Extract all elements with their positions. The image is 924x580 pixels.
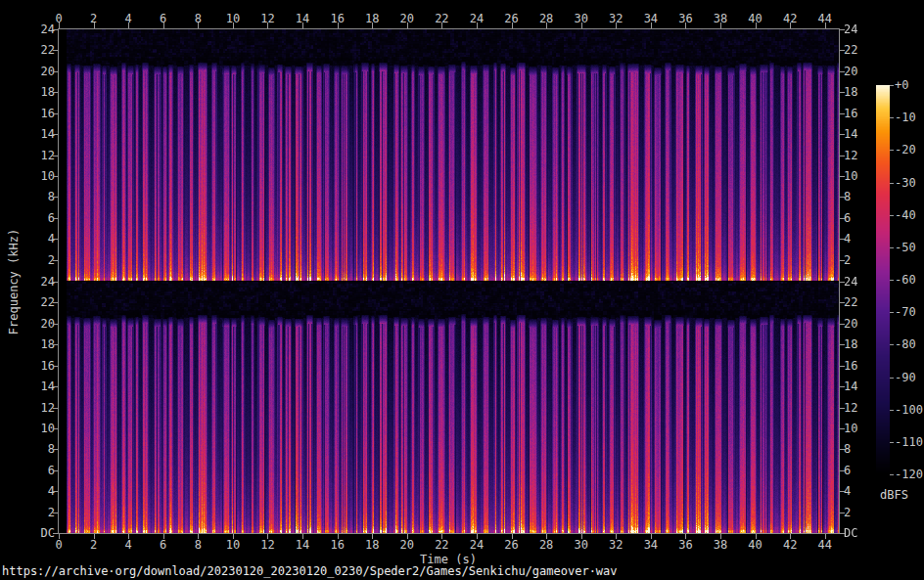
colorbar-tick [890,442,894,443]
freq-tick-label-right: 20 [844,318,857,330]
freq-tick-label-right: 12 [844,402,857,414]
freq-tick-left [53,533,58,534]
time-tick-label-bottom: 4 [125,539,132,551]
time-tick-top [825,22,826,28]
time-tick-top [128,22,129,28]
time-tick-label-bottom: 18 [365,539,379,551]
colorbar-tick [890,474,894,475]
freq-tick-label-right: 6 [844,465,851,476]
freq-tick-label-left: 22 [0,44,55,56]
time-tick-label-bottom: 12 [260,539,274,551]
freq-tick-right [840,197,845,198]
spectrogram-image [59,29,839,533]
time-tick-top [163,22,164,28]
time-tick-bottom [685,534,686,539]
freq-tick-left [53,366,58,367]
colorbar-tick-label: -30 [895,177,916,189]
time-tick-label-bottom: 16 [330,539,344,551]
colorbar-tick-label: -110 [895,436,923,448]
freq-tick-right [840,302,845,303]
freq-tick-right [840,386,845,387]
time-tick-label-bottom: 26 [504,539,518,551]
freq-tick-label-left: 16 [0,360,55,372]
freq-tick-left [53,491,58,492]
time-tick-bottom [825,534,826,539]
time-tick-top [94,22,95,28]
time-tick-bottom [59,534,60,539]
time-tick-label-bottom: 8 [195,539,202,551]
freq-tick-left [53,260,58,261]
freq-tick-right [840,491,845,492]
freq-tick-left [53,344,58,345]
time-tick-bottom [163,534,164,539]
freq-tick-label-left: 10 [0,423,55,434]
time-tick-label-bottom: 36 [678,539,692,551]
freq-tick-left [53,428,58,429]
freq-tick-label-right: 22 [844,44,857,56]
freq-tick-left [53,218,58,219]
frame-bottom [58,533,840,534]
freq-tick-label-right: 18 [844,338,857,350]
colorbar-unit-label: dBFS [880,488,908,502]
colorbar-tick [890,117,894,118]
freq-tick-left [53,282,58,283]
time-tick-label-bottom: 44 [818,539,832,551]
freq-tick-label-left: 2 [0,507,55,518]
freq-tick-right [840,239,845,240]
freq-tick-label-left: 18 [0,86,55,98]
time-tick-top [59,22,60,28]
freq-tick-left [53,324,58,325]
time-tick-label-bottom: 28 [539,539,553,551]
freq-tick-label-right: 16 [844,108,857,119]
freq-tick-label-right: 20 [844,66,857,77]
time-tick-bottom [407,534,408,539]
freq-tick-right [840,71,845,72]
freq-tick-left [53,386,58,387]
colorbar-tick [890,150,894,151]
freq-tick-label-left: 6 [0,465,55,476]
colorbar-tick-label: +0 [895,79,908,91]
freq-tick-label-right: 8 [844,191,851,202]
freq-tick-label-right: 12 [844,150,857,161]
colorbar-tick-label: -70 [895,306,916,318]
freq-tick-label-left: 20 [0,66,55,77]
freq-tick-label-right: 10 [844,423,857,434]
time-tick-label-bottom: 32 [609,539,623,551]
time-tick-bottom [441,534,442,539]
freq-tick-label-right: 16 [844,360,857,372]
freq-tick-right [840,92,845,93]
time-tick-label-bottom: 30 [574,539,587,551]
freq-tick-label-right: 4 [844,233,851,245]
colorbar-tick-label: -90 [895,372,916,383]
time-tick-bottom [233,534,234,539]
freq-tick-right [840,282,845,283]
freq-tick-right [840,218,845,219]
freq-tick-label-right: 24 [844,23,857,35]
time-tick-bottom [651,534,652,539]
freq-tick-left [53,71,58,72]
time-tick-bottom [720,534,721,539]
time-tick-label-bottom: 34 [644,539,658,551]
colorbar-tick-label: -100 [895,404,923,416]
freq-tick-left [53,134,58,135]
colorbar-tick-label: -60 [895,274,916,286]
freq-tick-label-right: 22 [844,296,857,308]
time-tick-bottom [512,534,513,539]
freq-tick-label-right: 24 [844,276,857,288]
freq-tick-label-right: 14 [844,128,857,140]
colorbar-tick [890,215,894,216]
time-tick-label-bottom: 14 [296,539,309,551]
freq-tick-label-left: 4 [0,485,55,497]
freq-tick-label-right: 10 [844,170,857,182]
colorbar-tick [890,280,894,281]
colorbar-tick-label: -40 [895,209,916,221]
freq-tick-left [53,176,58,177]
time-tick-label-bottom: 6 [160,539,166,551]
time-tick-top [581,22,582,28]
time-tick-label-bottom: 10 [226,539,240,551]
time-tick-bottom [790,534,791,539]
time-tick-bottom [372,534,373,539]
time-tick-top [198,22,199,28]
time-tick-bottom [338,534,339,539]
time-tick-top [685,22,686,28]
